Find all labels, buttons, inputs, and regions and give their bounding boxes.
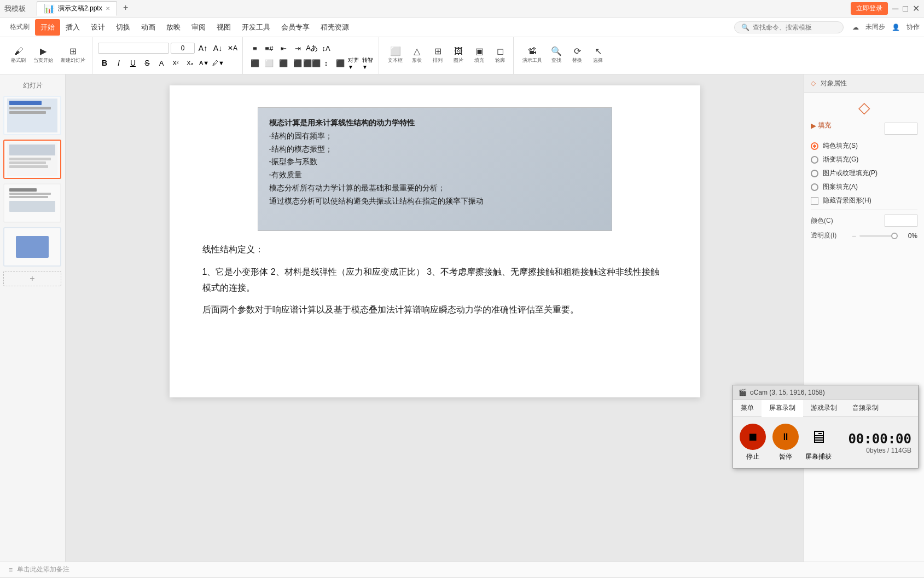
- highlight-btn[interactable]: A▼: [197, 56, 211, 70]
- color-value-box[interactable]: [885, 215, 917, 227]
- slide-image-box[interactable]: 模态计算是用来计算线性结构的动力学特性 -结构的固有频率； -结构的模态振型； …: [258, 107, 612, 231]
- find-btn[interactable]: 🔍 查找: [547, 45, 566, 66]
- align-text-btn[interactable]: 对齐▼: [348, 56, 361, 70]
- opacity-decrease-btn[interactable]: −: [852, 232, 856, 240]
- outline-btn[interactable]: ◻ 轮廓: [490, 45, 510, 66]
- ocam-tab-screen[interactable]: 屏幕录制: [762, 400, 803, 417]
- picture-btn[interactable]: 🖼 图片: [449, 45, 468, 66]
- fill-option-pattern[interactable]: 图案填充(A): [811, 182, 917, 192]
- ocam-pause-btn[interactable]: ⏸ 暂停: [772, 424, 799, 461]
- increase-font-btn[interactable]: A↑: [196, 42, 210, 55]
- register-btn[interactable]: 立即登录: [851, 2, 888, 15]
- columns-btn[interactable]: ⬛⬛: [305, 56, 318, 70]
- gradient-fill-radio[interactable]: [811, 156, 818, 164]
- format-brush-btn[interactable]: 🖌 格式刷: [8, 45, 29, 66]
- select-btn[interactable]: ↖ 选择: [588, 45, 608, 66]
- slide-canvas[interactable]: 模态计算是用来计算线性结构的动力学特性 -结构的固有频率； -结构的模态振型； …: [170, 85, 700, 397]
- pattern-fill-radio[interactable]: [811, 183, 818, 191]
- slide-text-section: 线性结构定义： 1、它是小变形体 2、材料是线弹性（应力和应变成正比） 3、不考…: [197, 242, 673, 318]
- align-left-btn[interactable]: ⬛: [248, 56, 261, 70]
- strikethrough-btn[interactable]: S: [141, 56, 154, 70]
- ocam-stop-btn[interactable]: ⏹ 停止: [740, 424, 766, 461]
- file-tab[interactable]: 📊 演示文稿2.pptx ✕: [37, 1, 117, 16]
- shape-btn[interactable]: △ 形状: [407, 45, 427, 66]
- bullets-btn[interactable]: ≡: [248, 42, 261, 55]
- menu-resources[interactable]: 稻壳资源: [315, 19, 355, 36]
- menu-review[interactable]: 审阅: [186, 19, 211, 36]
- close-btn[interactable]: ✕: [913, 3, 920, 14]
- opacity-slider[interactable]: [859, 235, 898, 237]
- minimize-btn[interactable]: ─: [892, 4, 898, 14]
- italic-btn[interactable]: I: [112, 56, 125, 70]
- menu-slideshow[interactable]: 放映: [161, 19, 186, 36]
- maximize-btn[interactable]: □: [903, 4, 908, 14]
- add-slide-btn[interactable]: +: [3, 271, 61, 286]
- superscript-btn[interactable]: X²: [169, 56, 182, 70]
- para-spacing-btn[interactable]: ⬛: [334, 56, 347, 70]
- ocam-tab-game[interactable]: 游戏录制: [803, 400, 804, 417]
- tab-close-icon[interactable]: ✕: [106, 5, 110, 11]
- smart-shape-btn[interactable]: 转智▼: [362, 56, 375, 70]
- numbering-btn[interactable]: ≡#: [263, 42, 276, 55]
- slide-thumb-4[interactable]: [3, 227, 61, 267]
- text-para3: 后面两个参数对于响应谱计算以及基于模态叠加法计算谱响应瞬态动力学的准确性评估至关…: [202, 302, 667, 318]
- solid-fill-radio[interactable]: [811, 142, 818, 150]
- menu-devtools[interactable]: 开发工具: [236, 19, 276, 36]
- picture-fill-radio[interactable]: [811, 170, 818, 177]
- menu-view[interactable]: 视图: [211, 19, 236, 36]
- opacity-control: − 0%: [852, 232, 917, 240]
- menu-insert[interactable]: 插入: [60, 19, 85, 36]
- fill-color-preview-box[interactable]: [885, 123, 917, 135]
- menu-switch[interactable]: 切换: [111, 19, 136, 36]
- pause-label: 暂停: [779, 452, 792, 461]
- new-tab-btn[interactable]: +: [119, 1, 132, 14]
- slide-2-content: [4, 141, 60, 178]
- ocam-tab-menu[interactable]: 菜单: [733, 400, 762, 417]
- justify-btn[interactable]: ⬛: [291, 56, 304, 70]
- text-dir-btn[interactable]: Aあ: [305, 42, 318, 55]
- align-center-btn[interactable]: ⬜: [263, 56, 276, 70]
- search-input[interactable]: [753, 24, 836, 31]
- fill-option-solid[interactable]: 纯色填充(S): [811, 141, 917, 151]
- font-size-input[interactable]: [171, 43, 195, 54]
- slide-thumb-3[interactable]: [3, 183, 61, 223]
- slide-4-content: [4, 228, 60, 265]
- fill-option-hide[interactable]: 隐藏背景图形(H): [811, 196, 917, 205]
- increase-indent-btn[interactable]: ⇥: [291, 42, 304, 55]
- bold-btn[interactable]: B: [98, 56, 111, 70]
- slide-thumb-2[interactable]: [3, 140, 61, 179]
- menu-design[interactable]: 设计: [85, 19, 111, 36]
- search-box[interactable]: 🔍: [734, 21, 844, 33]
- present-tool-btn[interactable]: 📽 演示工具: [519, 45, 545, 66]
- replace-btn[interactable]: ⟳ 替换: [567, 45, 587, 66]
- menu-format-brush[interactable]: 格式刷: [4, 19, 35, 35]
- fill-option-gradient[interactable]: 渐变填充(G): [811, 155, 917, 164]
- fill-btn[interactable]: ▣ 填充: [469, 45, 489, 66]
- align-right-btn[interactable]: ⬛: [277, 56, 290, 70]
- fill-option-picture[interactable]: 图片或纹理填充(P): [811, 169, 917, 178]
- opacity-thumb[interactable]: [891, 233, 898, 239]
- font-color-btn[interactable]: A: [155, 56, 168, 70]
- hide-bg-checkbox[interactable]: [811, 197, 818, 205]
- clear-format-btn[interactable]: ✕A: [226, 42, 239, 55]
- fill-down-btn[interactable]: 🖊▼: [212, 56, 225, 70]
- content-area[interactable]: 模态计算是用来计算线性结构的动力学特性 -结构的固有频率； -结构的模态振型； …: [66, 74, 804, 562]
- subscript-btn[interactable]: X₂: [183, 56, 196, 70]
- line-spacing-btn[interactable]: ↕: [319, 56, 333, 70]
- menu-animation[interactable]: 动画: [136, 19, 161, 36]
- underline-btn[interactable]: U: [126, 56, 140, 70]
- ocam-title-bar[interactable]: 🎬 oCam (3, 15, 1916, 1058): [733, 385, 804, 400]
- arrange-btn[interactable]: ⊞ 排列: [428, 45, 448, 66]
- sync-label: 未同步: [865, 22, 885, 32]
- decrease-indent-btn[interactable]: ⇤: [277, 42, 290, 55]
- new-slide-btn[interactable]: ⊞ 新建幻灯片: [57, 45, 89, 66]
- text-box-btn[interactable]: ⬜ 文本框: [385, 45, 406, 66]
- menu-vip[interactable]: 会员专享: [276, 19, 315, 36]
- slide-thumb-1[interactable]: [3, 96, 61, 135]
- font-name-input[interactable]: [98, 43, 169, 54]
- decrease-font-btn[interactable]: A↓: [211, 42, 224, 55]
- text-dir2-btn[interactable]: ↕A: [319, 42, 333, 55]
- notes-bar[interactable]: ≡ 单击此处添加备注: [0, 562, 924, 577]
- menu-start[interactable]: 开始: [35, 19, 60, 36]
- current-start-btn[interactable]: ▶ 当页开始: [30, 45, 56, 66]
